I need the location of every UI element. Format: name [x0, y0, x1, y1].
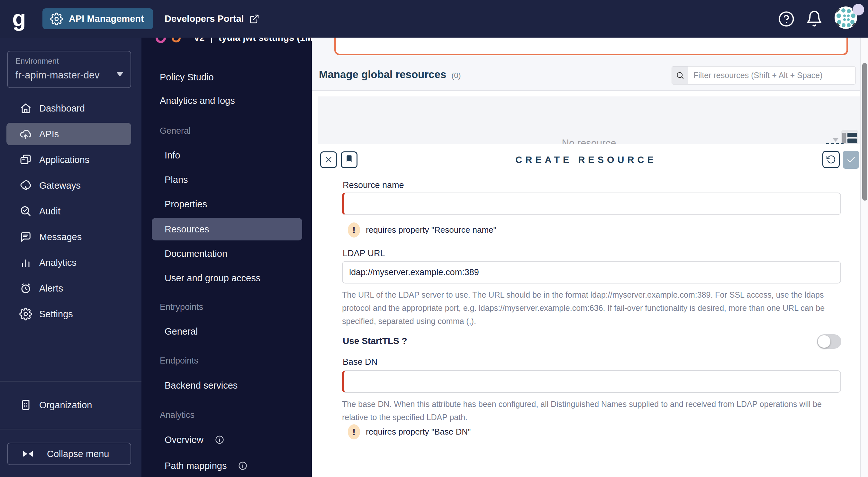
audit-search-check-icon	[19, 205, 32, 218]
info-icon	[238, 461, 248, 471]
bar-chart-icon	[19, 256, 32, 269]
api-menu-item-path-mappings[interactable]: Path mappings	[142, 455, 312, 476]
header-divider	[312, 90, 860, 91]
resource-name-label: Resource name	[343, 180, 404, 190]
resource-name-input[interactable]	[342, 193, 841, 215]
sidebar-divider	[0, 429, 142, 430]
gravitee-logo[interactable]: g	[12, 7, 26, 30]
api-menu-item-plans[interactable]: Plans	[142, 169, 312, 190]
developers-portal-link[interactable]: Developers Portal	[164, 8, 259, 29]
resource-count: (0)	[452, 71, 461, 80]
sidebar-item-audit[interactable]: Audit	[0, 200, 142, 222]
warning-icon: !	[348, 424, 360, 439]
reset-button[interactable]	[823, 151, 840, 168]
api-menu-item-policy-studio[interactable]: Policy Studio	[142, 67, 312, 88]
cloud-gateway-icon	[19, 179, 32, 192]
api-menu-item-user-and-group-access[interactable]: User and group access	[142, 268, 312, 288]
api-menu-item-resources[interactable]: Resources	[152, 218, 302, 241]
notice-banner	[334, 38, 848, 55]
rotate-ccw-icon	[826, 155, 836, 164]
base-dn-label: Base DN	[343, 357, 377, 367]
info-icon	[215, 435, 224, 445]
api-menu: v2 | tyuia jwt settings (1M Policy Studi…	[142, 38, 312, 477]
base-dn-input[interactable]	[342, 370, 841, 393]
check-icon	[846, 155, 856, 165]
external-link-icon	[249, 14, 259, 24]
base-dn-error: ! requires property "Base DN"	[348, 424, 471, 439]
message-icon	[19, 230, 32, 243]
api-management-button[interactable]: API Management	[42, 8, 153, 29]
ldap-url-help: The URL of the LDAP server to use. The U…	[342, 288, 842, 328]
start-tls-toggle[interactable]	[817, 334, 841, 349]
api-menu-item-documentation[interactable]: Documentation	[142, 243, 312, 264]
api-menu-item-overview[interactable]: Overview	[142, 430, 312, 450]
api-menu-item-backend-services[interactable]: Backend services	[142, 375, 312, 396]
resources-header: Manage global resources (0)	[312, 38, 860, 90]
help-icon[interactable]	[778, 10, 795, 27]
api-clipped-header: v2 | tyuia jwt settings (1M	[142, 38, 312, 45]
alarm-clock-icon	[19, 282, 32, 295]
applications-icon	[19, 153, 32, 166]
sidebar-item-dashboard[interactable]: Dashboard	[0, 97, 142, 120]
ldap-url-input[interactable]	[342, 261, 841, 284]
collapse-menu-button[interactable]: Collapse menu	[7, 443, 131, 465]
sidebar-item-organization[interactable]: Organization	[0, 394, 142, 416]
main-sidebar: Environment fr-apim-master-dev Dashboard…	[0, 38, 142, 477]
chevron-down-icon	[116, 72, 123, 76]
main-content: Manage global resources (0) No resource …	[312, 38, 868, 477]
api-status-icon	[172, 38, 181, 42]
resource-name-error: ! requires property "Resource name"	[348, 222, 496, 237]
create-resource-toolbar: CREATE RESOURCE	[312, 144, 860, 175]
vertical-scrollbar[interactable]	[862, 63, 867, 200]
environment-selector[interactable]: Environment fr-apim-master-dev	[7, 51, 131, 88]
api-menu-item-properties[interactable]: Properties	[142, 194, 312, 214]
api-title: tyuia jwt settings (1M	[219, 38, 312, 43]
start-tls-label: Use StartTLS ?	[343, 336, 407, 346]
scrollbar-gutter	[860, 38, 868, 477]
api-menu-section-general: General	[160, 126, 191, 136]
api-version: v2	[194, 38, 205, 43]
api-avatar-icon	[156, 38, 166, 43]
base-dn-help: The base DN. When this attribute has bee…	[342, 398, 842, 424]
api-menu-section-analytics: Analytics	[160, 410, 194, 420]
sidebar-item-gateways[interactable]: Gateways	[0, 174, 142, 197]
api-menu-item-analytics-and-logs[interactable]: Analytics and logs	[142, 90, 312, 111]
environment-value: fr-apim-master-dev	[16, 69, 100, 81]
developers-portal-label: Developers Portal	[164, 13, 244, 24]
cloud-upload-icon	[19, 128, 32, 140]
home-icon	[19, 102, 32, 115]
create-resource-form: Resource name ! requires property "Resou…	[312, 175, 860, 477]
api-menu-section-endpoints: Endpoints	[160, 356, 198, 366]
sidebar-item-alerts[interactable]: Alerts	[0, 277, 142, 299]
page-title: Manage global resources (0)	[319, 68, 461, 81]
sidebar-item-messages[interactable]: Messages	[0, 226, 142, 248]
gear-icon	[19, 308, 32, 320]
resources-empty-panel: No resource	[318, 96, 860, 144]
submit-button[interactable]	[843, 151, 859, 169]
top-navbar: g API Management Developers Portal	[0, 0, 868, 38]
create-resource-title: CREATE RESOURCE	[312, 144, 860, 175]
api-menu-item-entrypoints-general[interactable]: General	[142, 321, 312, 342]
warning-icon: !	[348, 222, 360, 237]
sidebar-item-apis[interactable]: APIs	[6, 123, 131, 145]
api-menu-section-entrypoints: Entrypoints	[160, 302, 203, 312]
collapse-icon	[23, 451, 33, 457]
avatar-status-badge	[852, 4, 864, 15]
sidebar-item-settings[interactable]: Settings	[0, 303, 142, 325]
environment-label: Environment	[16, 57, 59, 66]
api-management-label: API Management	[69, 13, 144, 24]
api-menu-item-info[interactable]: Info	[142, 145, 312, 165]
ldap-url-label: LDAP URL	[343, 249, 385, 258]
sidebar-item-applications[interactable]: Applications	[0, 149, 142, 171]
filter-resources	[672, 66, 856, 85]
filter-input[interactable]	[688, 66, 856, 85]
organization-icon	[19, 399, 32, 411]
notifications-bell-icon[interactable]	[806, 10, 823, 27]
resize-down-icon	[833, 138, 838, 142]
sidebar-divider	[0, 381, 142, 382]
search-icon	[672, 66, 688, 85]
gear-icon	[50, 12, 63, 25]
sidebar-item-analytics[interactable]: Analytics	[0, 251, 142, 274]
